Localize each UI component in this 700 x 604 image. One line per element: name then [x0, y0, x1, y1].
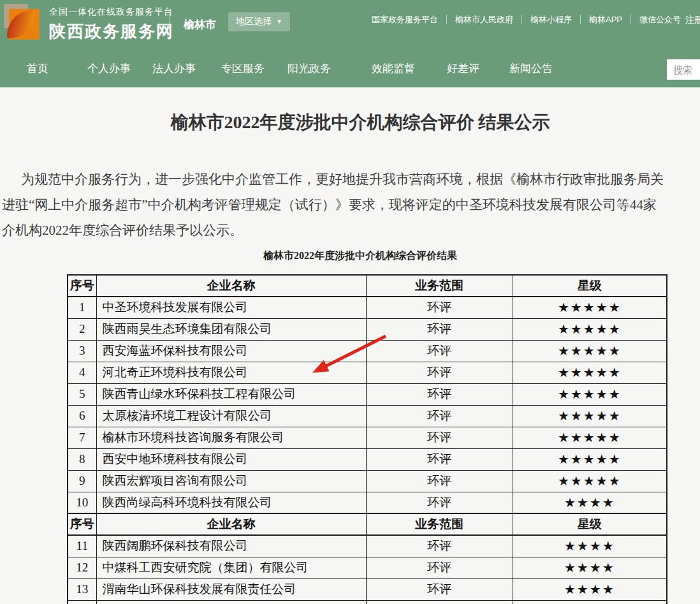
cell-scope: 环评	[366, 470, 513, 492]
evaluation-results-table: 序号企业名称业务范围星级1中圣环境科技发展有限公司环评★★★★★2陕西雨昊生态环…	[67, 274, 667, 604]
cell-stars	[513, 600, 667, 604]
cell-no: 8	[68, 448, 96, 470]
top-header: 全国一体化在线政务服务平台 陕西政务服务网 榆林市 地区选择 ▼ 国家政务服务平…	[0, 0, 700, 48]
table-row: 2陕西雨昊生态环境集团有限公司环评★★★★★	[68, 318, 667, 340]
nav-item-corporate-affairs[interactable]: 法人办事	[152, 61, 196, 76]
cell-scope: 环评	[366, 318, 513, 340]
cell-no: 5	[68, 383, 96, 405]
region-selector-label: 地区选择	[236, 16, 272, 27]
cell-scope: 环评	[366, 362, 513, 383]
cell-company-name: 河北奇正环境科技有限公司	[96, 362, 366, 383]
cell-company-name: 太原核清环境工程设计有限公司	[96, 405, 366, 427]
cell-company-name: 陕西阔鹏环保科技有限公司	[96, 535, 366, 557]
cell-company-name: 渭南华山环保科技发展有限责任公司	[96, 578, 366, 600]
cell-no: 11	[68, 535, 96, 557]
region-selector-button[interactable]: 地区选择 ▼	[228, 12, 290, 31]
main-navbar: 首页个人办事法人办事专区服务阳光政务效能监督好差评新闻公告	[0, 48, 700, 87]
cell-company-name: 西安海蓝环保科技有限公司	[96, 340, 366, 362]
cell-scope: 环评	[366, 557, 513, 578]
header-cell: 星级	[513, 275, 667, 297]
cell-stars: ★★★★★	[513, 297, 667, 318]
announcement-paragraph: 为规范中介服务行为，进一步强化中介监管工作，更好地提升我市营商环境，根据《榆林市…	[2, 166, 700, 243]
cell-stars: ★★★★★	[513, 383, 667, 405]
cell-scope: 环评	[366, 448, 513, 470]
table-row: 8西安中地环境科技有限公司环评★★★★★	[68, 448, 667, 470]
table-row: 4河北奇正环境科技有限公司环评★★★★★	[68, 362, 667, 383]
search-input[interactable]	[667, 59, 700, 80]
nav-item-news[interactable]: 新闻公告	[509, 61, 553, 76]
site-logo-icon	[4, 3, 45, 43]
register-link[interactable]: 注册	[685, 15, 700, 26]
table-row: 1中圣环境科技发展有限公司环评★★★★★	[68, 297, 667, 318]
table-row: 12中煤科工西安研究院（集团）有限公司环评★★★★	[68, 557, 667, 578]
paragraph-line-2: 进驻“网上中介服务超市”中介机构考评管理规定（试行）》要求，现将评定的中圣环境科…	[2, 192, 700, 217]
table-row: 13渭南华山环保科技发展有限责任公司环评★★★★	[68, 578, 667, 600]
cell-stars: ★★★★★	[513, 427, 667, 448]
cell-no: 13	[68, 578, 96, 600]
cell-company-name: 中煤科工西安研究院（集团）有限公司	[96, 557, 366, 578]
table-row: 5陕西青山绿水环保科技工程有限公司环评★★★★★	[68, 383, 667, 405]
cell-no: 2	[68, 318, 96, 340]
table-row	[68, 600, 667, 604]
brand-divider	[170, 10, 170, 38]
header-cell: 序号	[68, 275, 96, 297]
top-link-yulin-app[interactable]: 榆林APP	[581, 15, 631, 24]
cell-company-name: 陕西青山绿水环保科技工程有限公司	[96, 383, 366, 405]
cell-company-name: 西安中地环境科技有限公司	[96, 448, 366, 470]
cell-scope: 环评	[366, 297, 513, 318]
top-link-list: 国家政务服务平台榆林市人民政府榆林小程序榆林APP微信公众号	[363, 15, 689, 24]
top-link-yulin-gov[interactable]: 榆林市人民政府	[447, 15, 522, 24]
header-cell: 企业名称	[96, 513, 366, 535]
cell-stars: ★★★★★	[513, 340, 667, 362]
cell-scope: 环评	[366, 427, 513, 448]
nav-item-open-government[interactable]: 阳光政务	[288, 61, 331, 76]
paragraph-line-3: 介机构2022年度综合评价结果予以公示。	[2, 217, 700, 243]
current-city-label: 榆林市	[184, 17, 216, 32]
cell-no: 7	[68, 427, 96, 448]
table-row: 11陕西阔鹏环保科技有限公司环评★★★★	[68, 535, 667, 557]
cell-stars: ★★★★★	[513, 448, 667, 470]
table-row: 9陕西宏辉项目咨询有限公司环评★★★★★	[68, 470, 667, 492]
cell-stars: ★★★★	[513, 492, 667, 513]
cell-stars: ★★★★★	[513, 362, 667, 383]
table-caption: 榆林市2022年度涉批中介机构综合评价结果	[0, 249, 700, 263]
table-header-row: 序号企业名称业务范围星级	[68, 275, 667, 297]
header-cell: 序号	[68, 513, 96, 535]
top-link-national-platform[interactable]: 国家政务服务平台	[363, 15, 447, 24]
top-link-wechat-official[interactable]: 微信公众号	[631, 15, 689, 24]
site-brand[interactable]: 全国一体化在线政务服务平台 陕西政务服务网	[49, 6, 174, 43]
cell-no	[68, 600, 96, 604]
nav-item-personal-affairs[interactable]: 个人办事	[87, 61, 131, 76]
top-link-yulin-mini-program[interactable]: 榆林小程序	[522, 15, 581, 24]
cell-no: 1	[68, 297, 96, 318]
nav-item-zone-services[interactable]: 专区服务	[221, 61, 265, 76]
cell-stars: ★★★★	[513, 535, 667, 557]
paragraph-line-1: 为规范中介服务行为，进一步强化中介监管工作，更好地提升我市营商环境，根据《榆林市…	[2, 166, 700, 192]
cell-scope: 环评	[366, 383, 513, 405]
cell-no: 10	[68, 492, 96, 513]
cell-scope: 环评	[366, 535, 513, 557]
nav-item-performance-supervision[interactable]: 效能监督	[372, 61, 415, 76]
header-cell: 业务范围	[366, 275, 513, 297]
cell-no: 4	[68, 362, 96, 383]
cell-company-name: 榆林市环境科技咨询服务有限公司	[96, 427, 366, 448]
header-cell: 星级	[513, 513, 667, 535]
nav-item-home[interactable]: 首页	[27, 61, 48, 76]
cell-company-name: 陕西雨昊生态环境集团有限公司	[96, 318, 366, 340]
cell-stars: ★★★★★	[513, 318, 667, 340]
cell-company-name	[96, 600, 366, 604]
cell-no: 6	[68, 405, 96, 427]
cell-company-name: 陕西尚绿高科环境科技有限公司	[96, 492, 366, 513]
site-name: 陕西政务服务网	[49, 20, 174, 43]
cell-no: 9	[68, 470, 96, 492]
table-row: 6太原核清环境工程设计有限公司环评★★★★★	[68, 405, 667, 427]
cell-stars: ★★★★	[513, 557, 667, 578]
header-cell: 企业名称	[96, 275, 366, 297]
page-title: 榆林市2022年度涉批中介机构综合评价 结果公示	[0, 110, 700, 135]
table-header-row: 序号企业名称业务范围星级	[68, 513, 667, 535]
announcement-content: 榆林市2022年度涉批中介机构综合评价 结果公示 为规范中介服务行为，进一步强化…	[0, 87, 700, 604]
nav-item-rating[interactable]: 好差评	[447, 61, 479, 76]
cell-scope: 环评	[366, 340, 513, 362]
cell-company-name: 陕西宏辉项目咨询有限公司	[96, 470, 366, 492]
table-row: 7榆林市环境科技咨询服务有限公司环评★★★★★	[68, 427, 667, 448]
